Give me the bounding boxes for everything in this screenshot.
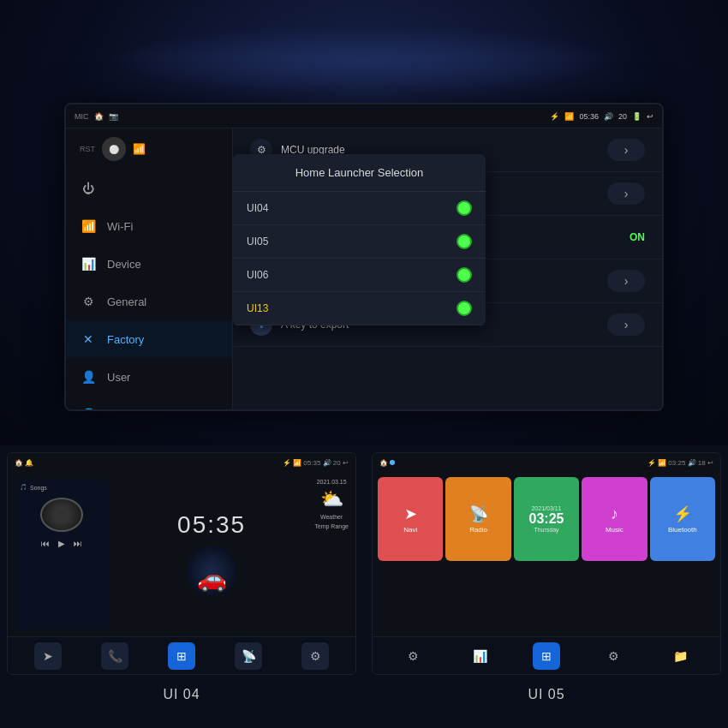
- usb-protocol-chevron[interactable]: ›: [607, 270, 645, 292]
- ui04-statusbar: 🏠 🔔 ⚡ 📶 05:35 🔊 20 ↩: [8, 453, 355, 472]
- ui04-home-icon: 🏠: [15, 459, 23, 467]
- ui04-date: 2021.03.15: [317, 479, 347, 485]
- ui06-radio[interactable]: [456, 267, 472, 283]
- music-tile-label: Music: [606, 526, 624, 534]
- ui05-nav-folder[interactable]: 📁: [666, 642, 694, 670]
- ui04-vol-icon: 🔊: [323, 459, 331, 467]
- ui04-time: 05:35: [303, 459, 320, 467]
- ui04-panel-label: UI 04: [0, 682, 363, 706]
- ui13-radio[interactable]: [456, 301, 472, 316]
- ui04-clock: 05:35: [177, 511, 246, 539]
- ui06-label: UI06: [247, 269, 268, 281]
- camera-icon: 📷: [109, 112, 118, 121]
- temp-range-label: Temp Range: [314, 523, 349, 529]
- ui04-panel: 🏠 🔔 ⚡ 📶 05:35 🔊 20 ↩ 🎵 Songs: [0, 445, 365, 728]
- ui04-nav-phone[interactable]: 📞: [101, 642, 128, 670]
- tile-datetime[interactable]: 2021/03/11 03:25 Thursday: [514, 477, 579, 561]
- dropdown-item-ui04[interactable]: UI04: [233, 192, 486, 225]
- dropdown-item-ui06[interactable]: UI06: [233, 259, 486, 292]
- music-title: 🎵 Songs: [20, 484, 104, 491]
- sidebar-item-power[interactable]: ⏻: [66, 170, 232, 207]
- settings-area: ⚙ MCU upgrade › 🔔 › 🔌 USB Error detectio…: [233, 128, 662, 409]
- tile-radio[interactable]: 📡 Radio: [445, 477, 510, 561]
- play-button[interactable]: ▶: [58, 539, 65, 548]
- user-label: User: [107, 371, 130, 384]
- ui05-bt-icon: ⚡: [647, 459, 656, 467]
- weather-icon: ⛅: [320, 488, 343, 510]
- bottom-panels: 🏠 🔔 ⚡ 📶 05:35 🔊 20 ↩ 🎵 Songs: [0, 445, 728, 728]
- ui04-content: 🎵 Songs ⏮ ▶ ⏭ 05:35 🚗: [8, 472, 355, 636]
- status-bar: MIC 🏠 📷 ⚡ 📶 05:36 🔊 20 🔋 ↩: [66, 104, 662, 128]
- ui05-panel-label: UI 05: [365, 682, 728, 706]
- sidebar-item-general[interactable]: ⚙ General: [66, 283, 232, 320]
- dropdown-item-ui13[interactable]: UI13: [233, 292, 486, 325]
- status-left: MIC 🏠 📷: [75, 112, 118, 121]
- back-icon[interactable]: ↩: [647, 112, 653, 121]
- sidebar: RST ⚪ 📶 ⏻ 📶 Wi-Fi 📊 Device ⚙ General ✕: [66, 128, 233, 409]
- signal-icon: 📶: [133, 143, 146, 155]
- ui04-bt-icon: ⚡: [283, 459, 291, 467]
- home-launcher-dropdown: Home Launcher Selection UI04 UI05 UI06 U…: [233, 154, 486, 325]
- bluetooth-icon: ⚡: [550, 112, 559, 121]
- ui05-wifi-icon: 📶: [658, 459, 666, 467]
- ui04-status-left: 🏠 🔔: [15, 459, 33, 467]
- dropdown-title: Home Launcher Selection: [233, 154, 486, 192]
- ui05-status-right: ⚡ 📶 03:25 🔊 18 ↩: [647, 459, 713, 467]
- a-key-chevron[interactable]: ›: [607, 313, 645, 336]
- music-controls[interactable]: ⏮ ▶ ⏭: [20, 539, 104, 548]
- radio-tile-label: Radio: [469, 526, 487, 534]
- rst-label: RST: [80, 145, 95, 153]
- main-screen: MIC 🏠 📷 ⚡ 📶 05:36 🔊 20 🔋 ↩ RST ⚪ 📶 ⏻: [64, 103, 664, 411]
- tile-music[interactable]: ♪ Music: [582, 477, 647, 561]
- ui05-nav-settings[interactable]: ⚙: [600, 642, 627, 670]
- ui04-nav-home[interactable]: ⊞: [168, 642, 195, 670]
- ui04-radio[interactable]: [456, 200, 472, 216]
- music-widget: 🎵 Songs ⏮ ▶ ⏭: [15, 479, 109, 630]
- ui04-nav-settings[interactable]: ⚙: [301, 642, 329, 670]
- device-label: Device: [107, 258, 141, 271]
- ui04-nav-signal[interactable]: 📡: [235, 642, 262, 670]
- power-icon: ⏻: [80, 182, 97, 195]
- tile-bluetooth[interactable]: ⚡ Bluetooth: [650, 477, 715, 561]
- tile-time: 03:25: [529, 511, 564, 527]
- ui04-back-icon: ↩: [343, 459, 349, 467]
- ui04-label: UI04: [247, 202, 268, 214]
- on-badge: ON: [630, 231, 645, 243]
- time-display: 05:36: [579, 112, 599, 121]
- ui05-navbar: ⚙ 📊 ⊞ ⚙ 📁: [373, 636, 720, 674]
- tile-navi[interactable]: ➤ Navi: [378, 477, 443, 561]
- ui04-nav-navi[interactable]: ➤: [34, 642, 62, 670]
- next-button[interactable]: ⏭: [74, 539, 82, 548]
- ui04-battery: 20: [333, 459, 341, 467]
- rst-button[interactable]: ⚪: [102, 137, 126, 161]
- prev-button[interactable]: ⏮: [41, 539, 50, 548]
- ui05-radio[interactable]: [456, 234, 472, 249]
- wifi-icon: 📶: [564, 112, 574, 121]
- mic-label: MIC: [75, 112, 89, 121]
- ui05-nav-home[interactable]: ⊞: [533, 642, 560, 670]
- music-tile-icon: ♪: [611, 505, 618, 523]
- weather-label: Weather: [320, 514, 343, 520]
- music-album-art: [40, 498, 83, 532]
- wifi-label: Wi-Fi: [107, 220, 133, 233]
- ui04-wifi-icon: 📶: [293, 459, 301, 467]
- sidebar-item-wifi[interactable]: 📶 Wi-Fi: [66, 207, 232, 245]
- sidebar-item-factory[interactable]: ✕ Factory: [66, 320, 232, 358]
- ui04-center: 05:35 🚗: [116, 479, 307, 630]
- wifi-nav-icon: 📶: [80, 219, 97, 233]
- sidebar-item-system[interactable]: 🌐 System: [66, 396, 232, 411]
- mcu-chevron[interactable]: ›: [607, 139, 645, 161]
- sidebar-item-device[interactable]: 📊 Device: [66, 245, 232, 283]
- row2-chevron[interactable]: ›: [607, 182, 645, 205]
- dropdown-item-ui05[interactable]: UI05: [233, 225, 486, 259]
- ui05-status-left: 🏠: [379, 459, 395, 467]
- sidebar-item-user[interactable]: 👤 User: [66, 358, 232, 396]
- ui05-nav-apps[interactable]: ⚙: [399, 642, 427, 670]
- ui05-time: 03:25: [668, 459, 685, 467]
- ui04-notif-icon: 🔔: [25, 459, 33, 467]
- tile-date: 2021/03/11: [531, 505, 561, 511]
- status-right: ⚡ 📶 05:36 🔊 20 🔋 ↩: [550, 112, 653, 121]
- ui05-nav-chart[interactable]: 📊: [466, 642, 493, 670]
- radio-tile-icon: 📡: [469, 504, 488, 523]
- navi-tile-icon: ➤: [404, 504, 417, 523]
